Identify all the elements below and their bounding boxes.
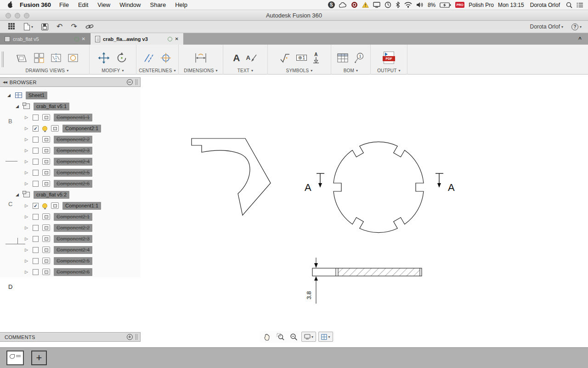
app-badge-icon[interactable] <box>351 1 358 8</box>
browser-tree-row[interactable]: ▷Component2:6 <box>0 266 141 277</box>
text-button[interactable]: A <box>233 53 240 63</box>
collapsed-icon[interactable]: ▷ <box>24 126 29 131</box>
expanded-icon[interactable]: ◢ <box>6 93 11 98</box>
visibility-checkbox[interactable] <box>33 181 39 187</box>
ribbon-group-label[interactable]: SYMBOLS▾ <box>286 68 313 73</box>
ribbon-group-label[interactable]: OUTPUT▾ <box>377 68 401 73</box>
browser-tree-row[interactable]: ▷Component2:4 <box>0 156 141 167</box>
feature-control-frame-button[interactable]: ⊕ 1 <box>296 55 307 61</box>
browser-tree-row[interactable]: ▷Component2:6 <box>0 178 141 189</box>
collapsed-icon[interactable]: ▷ <box>24 270 29 274</box>
save-button[interactable] <box>41 23 48 30</box>
menu-share[interactable]: Share <box>150 1 166 8</box>
undo-button[interactable]: ↶ <box>57 23 62 30</box>
grid-settings-dropdown[interactable]: ▾ <box>318 332 333 342</box>
center-mark-button[interactable] <box>160 52 171 63</box>
browser-tree-row[interactable]: ◢Sheet1 <box>0 90 141 101</box>
bluetooth-icon[interactable] <box>396 1 400 8</box>
file-menu-button[interactable]: ▾ <box>24 23 33 30</box>
tree-item-label[interactable]: Component2:2 <box>54 136 92 144</box>
detail-view-button[interactable] <box>68 52 79 63</box>
claw-part-outline[interactable] <box>192 138 271 215</box>
apple-menu[interactable] <box>7 1 13 8</box>
wifi-icon[interactable] <box>404 2 412 8</box>
help-menu-button[interactable]: ? ▾ <box>571 23 582 30</box>
browser-tree-row[interactable]: ▷Component2:4 <box>0 244 141 255</box>
add-sheet-button[interactable]: + <box>31 351 47 365</box>
zoom-button[interactable] <box>288 332 299 342</box>
datum-identifier-button[interactable]: A <box>313 52 319 63</box>
ribbon-group-label[interactable]: MODIFY▾ <box>102 68 124 73</box>
zoom-window-button[interactable] <box>275 332 286 342</box>
warning-icon[interactable] <box>362 2 369 8</box>
menubar-app-name[interactable]: Fusion 360 <box>20 1 51 8</box>
table-button[interactable] <box>337 53 348 63</box>
collapsed-icon[interactable]: ▷ <box>24 225 29 230</box>
thickness-dimension-value[interactable]: 3.8 <box>305 291 312 299</box>
section-view-button[interactable] <box>51 52 62 63</box>
thickness-dimension[interactable] <box>314 258 318 304</box>
tab-crab-flat-v5[interactable]: crab_flat v5 ✕ <box>0 33 90 45</box>
collapsed-icon[interactable]: ▷ <box>24 181 29 186</box>
browser-tree-row[interactable]: ▷Component1:1 <box>0 112 141 123</box>
menu-edit[interactable]: Edit <box>78 1 88 8</box>
menu-window[interactable]: Window <box>119 1 141 8</box>
expanded-icon[interactable]: ◢ <box>15 104 20 109</box>
notched-disc-outline[interactable] <box>334 142 424 232</box>
tree-item-label[interactable]: crab_flat v5:2 <box>34 191 69 199</box>
browser-tree-row[interactable]: ▷Component2:2 <box>0 134 141 145</box>
collapsed-icon[interactable]: ▷ <box>24 214 29 219</box>
visibility-checkbox[interactable] <box>33 214 39 220</box>
ribbon-group-label[interactable]: TEXT▾ <box>237 68 254 73</box>
ribbon-group-label[interactable]: BOM▾ <box>344 68 358 73</box>
minimize-panel-button[interactable] <box>127 79 133 85</box>
base-view-button[interactable] <box>16 52 28 63</box>
volume-icon[interactable] <box>416 2 424 8</box>
visibility-checkbox[interactable] <box>33 225 39 231</box>
close-tab-icon[interactable]: ✕ <box>82 36 85 41</box>
visibility-checkbox[interactable] <box>33 170 39 176</box>
browser-tree-row[interactable]: ▷Component2:5 <box>0 167 141 178</box>
browser-tree-row[interactable]: ▷Component2:3 <box>0 233 141 244</box>
panel-drag-grip[interactable] <box>136 79 137 85</box>
visibility-checkbox[interactable] <box>33 258 39 264</box>
surface-texture-button[interactable] <box>279 52 290 63</box>
move-button[interactable] <box>98 52 110 64</box>
browser-tree-row[interactable]: ▷✓Component2:1 <box>0 123 141 134</box>
browser-tree-row[interactable]: ▷Component2:3 <box>0 145 141 156</box>
browser-tree-row[interactable]: ▷✓Component1:1 <box>0 200 141 211</box>
visibility-checkbox[interactable] <box>33 159 39 165</box>
output-pdf-button[interactable]: PDF <box>384 52 394 64</box>
visibility-checkbox[interactable]: ✓ <box>33 203 39 209</box>
visibility-checkbox[interactable] <box>33 137 39 143</box>
browser-tree-row[interactable]: ◢crab_flat v5:1 <box>0 101 141 112</box>
centerline-button[interactable] <box>143 52 154 63</box>
menu-help[interactable]: Help <box>175 1 187 8</box>
tree-item-label[interactable]: Component2:3 <box>54 235 92 243</box>
close-tab-icon[interactable]: ✕ <box>175 36 179 41</box>
browser-tree-row[interactable]: ▷Component2:1 <box>0 211 141 222</box>
tree-item-label[interactable]: Component2:6 <box>54 268 92 276</box>
dimension-button[interactable] <box>194 52 208 64</box>
lightbulb-icon[interactable] <box>42 126 47 131</box>
panel-drag-grip[interactable] <box>136 334 137 340</box>
tree-item-label[interactable]: Component1:1 <box>54 114 92 121</box>
tree-item-label[interactable]: Component2:1 <box>54 213 92 221</box>
add-comment-button[interactable] <box>127 334 133 340</box>
visibility-checkbox[interactable] <box>33 236 39 242</box>
tree-item-label[interactable]: Component2:3 <box>54 147 92 155</box>
visibility-checkbox[interactable] <box>33 148 39 154</box>
menubar-user[interactable]: Dorota Orlof <box>530 2 560 8</box>
browser-tree-row[interactable]: ◢crab_flat v5:2 <box>0 189 141 200</box>
expanded-icon[interactable]: ◢ <box>15 192 20 197</box>
input-source-label[interactable]: Polish Pro <box>469 2 494 8</box>
collapsed-icon[interactable]: ▷ <box>24 247 29 252</box>
visibility-checkbox[interactable] <box>33 115 39 121</box>
app-grid-button[interactable] <box>8 23 16 30</box>
time-machine-icon[interactable] <box>384 1 391 8</box>
tree-item-label[interactable]: Component2:5 <box>54 257 92 265</box>
tree-item-label[interactable]: Component2:5 <box>54 169 92 177</box>
collapse-panel-icon[interactable]: ◀◀ <box>3 80 7 84</box>
tree-item-label[interactable]: Component2:6 <box>54 180 92 188</box>
close-window-button[interactable] <box>6 13 11 18</box>
